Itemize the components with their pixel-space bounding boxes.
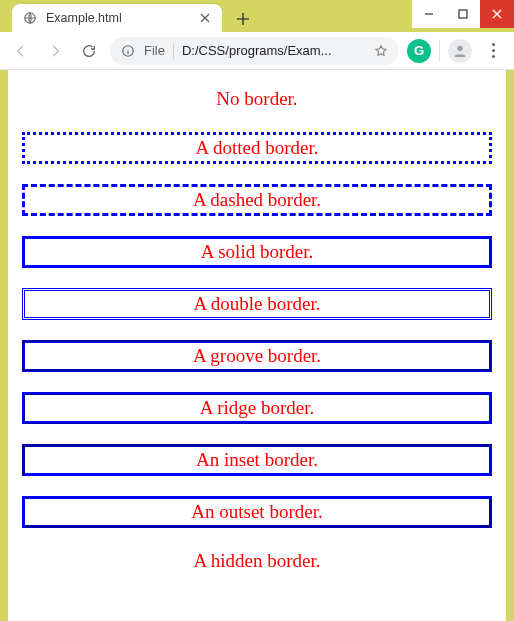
menu-kebab-icon[interactable]	[480, 38, 506, 64]
border-sample-outset: An outset border.	[22, 496, 492, 528]
border-sample-groove: A groove border.	[22, 340, 492, 372]
tab-strip: Example.html	[0, 0, 412, 32]
reload-button[interactable]	[76, 38, 102, 64]
forward-button[interactable]	[42, 38, 68, 64]
info-icon[interactable]	[120, 43, 136, 59]
back-button[interactable]	[8, 38, 34, 64]
window-minimize-button[interactable]	[412, 0, 446, 28]
browser-toolbar: File D:/CSS/programs/Exam... G	[0, 32, 514, 70]
address-path: D:/CSS/programs/Exam...	[182, 43, 365, 58]
svg-rect-1	[459, 10, 467, 18]
border-sample-double: A double border.	[22, 288, 492, 320]
bookmark-star-icon[interactable]	[373, 43, 389, 59]
svg-point-3	[457, 45, 462, 50]
profile-avatar-icon[interactable]	[448, 39, 472, 63]
address-bar[interactable]: File D:/CSS/programs/Exam...	[110, 37, 399, 65]
close-tab-icon[interactable]	[198, 11, 212, 25]
window-titlebar: Example.html	[0, 0, 514, 32]
address-scheme-label: File	[144, 43, 165, 58]
border-sample-hidden: A hidden border.	[22, 548, 492, 574]
border-sample-none: No border.	[22, 86, 492, 112]
toolbar-separator	[439, 40, 440, 62]
address-divider	[173, 43, 174, 59]
rendered-page: No border. A dotted border. A dashed bor…	[8, 70, 506, 621]
extension-badge[interactable]: G	[407, 39, 431, 63]
border-sample-ridge: A ridge border.	[22, 392, 492, 424]
browser-tab[interactable]: Example.html	[12, 4, 222, 32]
window-maximize-button[interactable]	[446, 0, 480, 28]
border-sample-solid: A solid border.	[22, 236, 492, 268]
new-tab-button[interactable]	[230, 6, 256, 32]
border-sample-dotted: A dotted border.	[22, 132, 492, 164]
window-close-button[interactable]	[480, 0, 514, 28]
window-controls	[412, 0, 514, 28]
border-sample-dashed: A dashed border.	[22, 184, 492, 216]
tab-title: Example.html	[46, 11, 190, 25]
globe-icon	[22, 10, 38, 26]
border-sample-inset: An inset border.	[22, 444, 492, 476]
browser-viewport: No border. A dotted border. A dashed bor…	[0, 70, 514, 621]
